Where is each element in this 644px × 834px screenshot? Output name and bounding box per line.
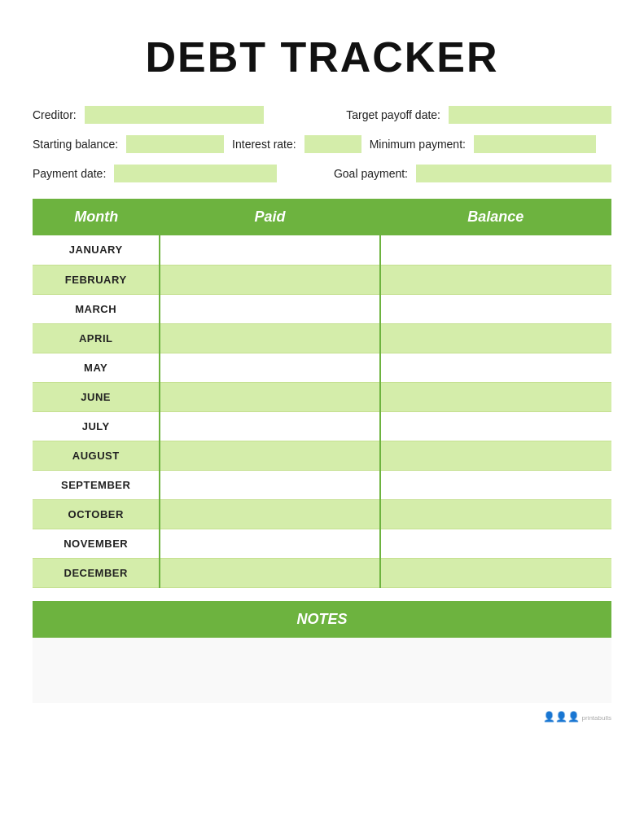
watermark-text: printabulls xyxy=(582,714,611,722)
interest-rate-label: Interest rate: xyxy=(232,138,296,151)
cell-balance[interactable] xyxy=(380,441,611,470)
cell-month: NOVEMBER xyxy=(33,529,160,558)
payment-date-input[interactable] xyxy=(114,165,277,182)
table-row: JANUARY xyxy=(33,235,611,265)
cell-balance[interactable] xyxy=(380,235,611,265)
cell-month: SEPTEMBER xyxy=(33,470,160,499)
table-row: MARCH xyxy=(33,294,611,323)
cell-paid[interactable] xyxy=(160,558,379,587)
cell-paid[interactable] xyxy=(160,411,379,441)
page-title: DEBT TRACKER xyxy=(33,16,611,106)
cell-paid[interactable] xyxy=(160,265,379,294)
cell-balance[interactable] xyxy=(380,265,611,294)
table-row: SEPTEMBER xyxy=(33,470,611,499)
starting-balance-input[interactable] xyxy=(126,135,224,153)
form-row-creditor: Creditor: Target payoff date: xyxy=(33,106,611,124)
table-row: JULY xyxy=(33,411,611,441)
cell-paid[interactable] xyxy=(160,323,379,353)
minimum-payment-input[interactable] xyxy=(474,135,596,153)
form-row-balance: Starting balance: Interest rate: Minimum… xyxy=(33,135,611,153)
header-paid: Paid xyxy=(160,199,379,235)
cell-month: OCTOBER xyxy=(33,499,160,529)
table-row: MAY xyxy=(33,353,611,382)
table-header-row: Month Paid Balance xyxy=(33,199,611,235)
table-row: APRIL xyxy=(33,323,611,353)
goal-payment-label: Goal payment: xyxy=(334,167,408,180)
cell-month: MARCH xyxy=(33,294,160,323)
cell-balance[interactable] xyxy=(380,353,611,382)
cell-month: JUNE xyxy=(33,382,160,411)
payment-date-label: Payment date: xyxy=(33,167,106,180)
cell-balance[interactable] xyxy=(380,558,611,587)
cell-balance[interactable] xyxy=(380,382,611,411)
creditor-input[interactable] xyxy=(85,106,264,124)
table-row: NOVEMBER xyxy=(33,529,611,558)
cell-month: MAY xyxy=(33,353,160,382)
table-row: DECEMBER xyxy=(33,558,611,587)
cell-month: AUGUST xyxy=(33,441,160,470)
cell-paid[interactable] xyxy=(160,499,379,529)
notes-area[interactable] xyxy=(33,638,611,703)
cell-balance[interactable] xyxy=(380,323,611,353)
cell-paid[interactable] xyxy=(160,441,379,470)
table-row: JUNE xyxy=(33,382,611,411)
cell-month: JANUARY xyxy=(33,235,160,265)
cell-month: DECEMBER xyxy=(33,558,160,587)
table-row: OCTOBER xyxy=(33,499,611,529)
header-balance: Balance xyxy=(380,199,611,235)
tracker-table: Month Paid Balance JANUARYFEBRUARYMARCHA… xyxy=(33,199,611,588)
table-row: AUGUST xyxy=(33,441,611,470)
starting-balance-label: Starting balance: xyxy=(33,138,118,151)
watermark: 👤👤👤 printabulls xyxy=(33,711,611,722)
cell-balance[interactable] xyxy=(380,470,611,499)
cell-paid[interactable] xyxy=(160,235,379,265)
form-row-payment: Payment date: Goal payment: xyxy=(33,165,611,182)
notes-bar: NOTES xyxy=(33,601,611,638)
form-section: Creditor: Target payoff date: Starting b… xyxy=(33,106,611,182)
creditor-label: Creditor: xyxy=(33,108,77,121)
watermark-icon: 👤👤👤 xyxy=(543,711,580,722)
minimum-payment-label: Minimum payment: xyxy=(370,138,466,151)
cell-month: FEBRUARY xyxy=(33,265,160,294)
header-month: Month xyxy=(33,199,160,235)
target-payoff-label: Target payoff date: xyxy=(346,108,440,121)
cell-paid[interactable] xyxy=(160,470,379,499)
cell-balance[interactable] xyxy=(380,411,611,441)
interest-rate-input[interactable] xyxy=(304,135,361,153)
cell-month: JULY xyxy=(33,411,160,441)
target-payoff-input[interactable] xyxy=(449,106,611,124)
cell-paid[interactable] xyxy=(160,294,379,323)
table-row: FEBRUARY xyxy=(33,265,611,294)
cell-paid[interactable] xyxy=(160,353,379,382)
goal-payment-input[interactable] xyxy=(416,165,611,182)
cell-balance[interactable] xyxy=(380,529,611,558)
cell-paid[interactable] xyxy=(160,382,379,411)
cell-balance[interactable] xyxy=(380,499,611,529)
cell-month: APRIL xyxy=(33,323,160,353)
cell-balance[interactable] xyxy=(380,294,611,323)
cell-paid[interactable] xyxy=(160,529,379,558)
